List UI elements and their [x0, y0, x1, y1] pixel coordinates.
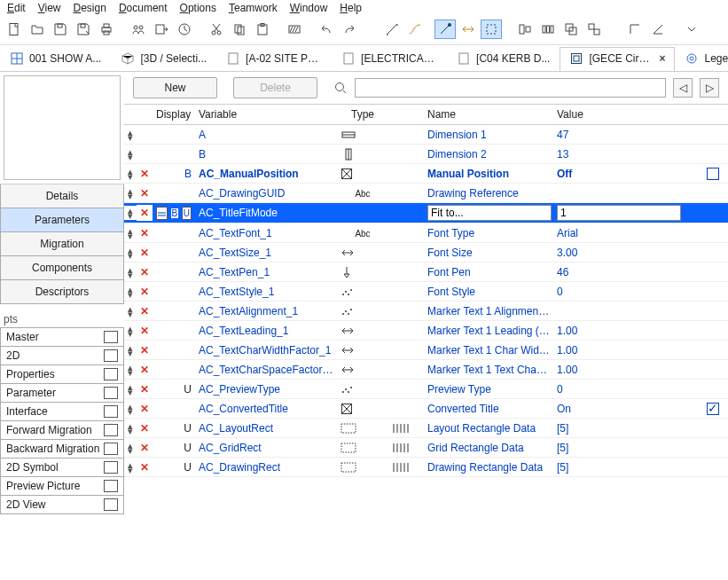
- value-cell[interactable]: On: [553, 401, 653, 417]
- param-row[interactable]: ▴▾✕AC_TextCharSpaceFactor_1Marker Text 1…: [124, 360, 728, 380]
- display-cell[interactable]: [153, 251, 195, 255]
- script-item[interactable]: Forward Migration: [0, 421, 124, 440]
- delete-row-icon[interactable]: ✕: [137, 440, 153, 456]
- script-window-icon[interactable]: [104, 387, 118, 399]
- delete-row-icon[interactable]: ✕: [137, 245, 153, 261]
- display-opt-bold[interactable]: B: [169, 207, 180, 220]
- script-item[interactable]: Properties: [0, 365, 124, 384]
- curve-icon[interactable]: [404, 20, 426, 39]
- script-window-icon[interactable]: [104, 443, 118, 455]
- script-item[interactable]: 2D: [0, 347, 124, 365]
- tab[interactable]: [A-02 SITE PL...: [216, 47, 332, 71]
- type-cell[interactable]: [337, 304, 388, 318]
- script-window-icon[interactable]: [104, 368, 118, 380]
- type-cell[interactable]: [337, 127, 388, 143]
- name-cell[interactable]: Marker Text 1 Text Char S...: [424, 362, 553, 378]
- script-window-icon[interactable]: [104, 349, 118, 362]
- angle-icon[interactable]: [647, 20, 669, 39]
- name-cell[interactable]: Marker Text 1 Alignment ...: [424, 303, 553, 319]
- tab[interactable]: [3D / Selecti...: [111, 47, 216, 71]
- side-tab-details[interactable]: Details: [0, 184, 124, 208]
- name-cell[interactable]: Layout Rectangle Data: [424, 420, 553, 436]
- display-cell[interactable]: [153, 290, 195, 294]
- param-row[interactable]: ▴▾BDimension 213: [124, 145, 728, 164]
- param-row[interactable]: ▴▾✕AC_ConvertedTitleConverted TitleOn: [124, 399, 728, 419]
- reorder-handle[interactable]: ▴▾: [124, 128, 137, 142]
- measure-icon[interactable]: [381, 20, 403, 39]
- tab[interactable]: Legends [Le...: [675, 47, 728, 71]
- name-cell[interactable]: Dimension 2: [424, 146, 553, 162]
- reorder-handle[interactable]: ▴▾: [124, 363, 137, 377]
- snap-guide-icon[interactable]: [458, 20, 479, 39]
- delete-row-icon[interactable]: ✕: [137, 166, 153, 182]
- variable-cell[interactable]: AC_TextCharWidthFactor_1: [195, 342, 337, 358]
- display-cell[interactable]: [153, 368, 195, 372]
- value-cell[interactable]: [5]: [553, 440, 653, 456]
- display-cell[interactable]: [153, 133, 195, 137]
- print-icon[interactable]: [96, 20, 117, 39]
- script-item[interactable]: 2D View: [0, 496, 124, 514]
- type-cell[interactable]: [337, 382, 388, 396]
- delete-row-icon[interactable]: ✕: [137, 205, 153, 221]
- ungroup-icon[interactable]: [583, 20, 605, 39]
- param-row[interactable]: ▴▾✕AC_TextLeading_1Marker Text 1 Leading…: [124, 321, 728, 341]
- script-item[interactable]: Preview Picture: [0, 477, 124, 496]
- name-cell[interactable]: [424, 203, 553, 223]
- name-cell[interactable]: Drawing Rectangle Data: [424, 459, 553, 475]
- type-cell[interactable]: [337, 421, 388, 435]
- side-tab-components[interactable]: Components: [0, 256, 124, 280]
- name-cell[interactable]: Converted Title: [424, 401, 553, 417]
- menu-design[interactable]: Design: [74, 2, 106, 14]
- value-cell[interactable]: [553, 203, 653, 223]
- align-icon[interactable]: [514, 20, 536, 39]
- reorder-handle[interactable]: ▴▾: [124, 421, 137, 435]
- delete-row-icon[interactable]: ✕: [137, 362, 153, 378]
- distribute-icon[interactable]: [537, 20, 559, 39]
- menu-options[interactable]: Options: [180, 2, 216, 14]
- team-out-icon[interactable]: [151, 20, 172, 39]
- delete-row-icon[interactable]: ✕: [137, 284, 153, 300]
- reorder-handle[interactable]: ▴▾: [124, 382, 137, 396]
- menu-teamwork[interactable]: Teamwork: [229, 2, 278, 14]
- value-cell[interactable]: 0: [553, 381, 653, 397]
- variable-cell[interactable]: AC_TextStyle_1: [195, 284, 337, 300]
- name-cell[interactable]: Manual Position: [424, 166, 553, 182]
- display-cell[interactable]: [153, 231, 195, 235]
- bool-checkbox[interactable]: [707, 403, 719, 415]
- param-row[interactable]: ▴▾✕UAC_DrawingRectDrawing Rectangle Data…: [124, 458, 728, 477]
- variable-cell[interactable]: AC_ManualPosition: [195, 166, 337, 182]
- display-cell[interactable]: [153, 270, 195, 274]
- group-icon[interactable]: [560, 20, 582, 39]
- name-cell[interactable]: Dimension 1: [424, 127, 553, 143]
- display-opt-unique[interactable]: U: [182, 207, 192, 220]
- reorder-handle[interactable]: ▴▾: [124, 167, 137, 181]
- name-cell[interactable]: Font Type: [424, 225, 553, 241]
- type-cell[interactable]: [337, 401, 388, 417]
- name-cell[interactable]: Preview Type: [424, 381, 553, 397]
- type-cell[interactable]: [337, 166, 388, 182]
- tab[interactable]: [ELECTRICAL ...: [332, 47, 447, 71]
- new-button[interactable]: New: [133, 77, 217, 98]
- delete-row-icon[interactable]: ✕: [137, 381, 153, 397]
- type-cell[interactable]: [337, 264, 388, 280]
- side-tab-migration[interactable]: Migration: [0, 232, 124, 256]
- value-cell[interactable]: 1.00: [553, 362, 653, 378]
- type-cell[interactable]: [337, 441, 388, 455]
- reorder-handle[interactable]: ▴▾: [124, 441, 137, 455]
- hatch-icon[interactable]: [284, 20, 305, 39]
- search-input[interactable]: [355, 78, 666, 98]
- script-window-icon[interactable]: [104, 461, 118, 474]
- variable-cell[interactable]: AC_TitleFitMode: [195, 205, 337, 221]
- search-prev-button[interactable]: ◁: [673, 78, 693, 98]
- col-name[interactable]: Name: [424, 105, 553, 124]
- reorder-handle[interactable]: ▴▾: [124, 206, 137, 220]
- variable-cell[interactable]: AC_LayoutRect: [195, 420, 337, 436]
- ortho-icon[interactable]: [624, 20, 646, 39]
- delete-button[interactable]: Delete: [233, 77, 317, 98]
- reorder-handle[interactable]: ▴▾: [124, 324, 137, 338]
- display-cell[interactable]: U: [153, 459, 195, 475]
- display-cell[interactable]: [153, 407, 195, 411]
- variable-cell[interactable]: AC_TextFont_1: [195, 225, 337, 241]
- type-cell[interactable]: Abc: [337, 225, 388, 241]
- delete-row-icon[interactable]: ✕: [137, 225, 153, 241]
